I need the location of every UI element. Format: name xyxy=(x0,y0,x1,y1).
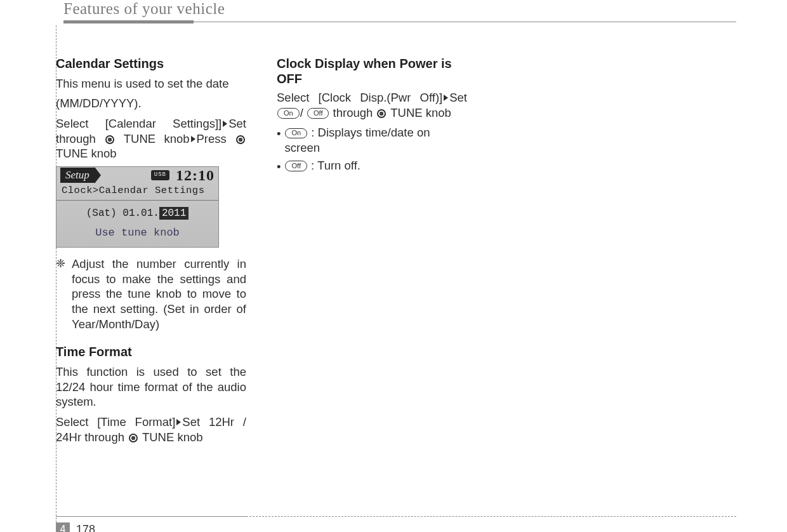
tune-knob-icon xyxy=(377,109,386,118)
txt: Set xyxy=(449,91,467,104)
dev-hint: Use tune knob xyxy=(56,223,218,240)
footer-page-number: 4 178 xyxy=(56,522,95,532)
triangle-icon xyxy=(191,136,195,142)
running-head: Features of your vehicle xyxy=(63,0,736,18)
off-desc: : Turn off. xyxy=(308,159,360,172)
tune-knob-icon xyxy=(129,434,138,442)
off-pill-icon: Off xyxy=(307,108,329,119)
bullet-dot-icon: • xyxy=(277,125,281,142)
calendar-note: ❈ Adjust the number currently in focus t… xyxy=(56,256,246,331)
on-pill-icon: On xyxy=(285,128,307,139)
bullet-on-content: On : Displays time/date on screen xyxy=(284,125,467,155)
column-2: Clock Display when Power is OFF Select [… xyxy=(277,56,467,449)
page-footer: 4 178 xyxy=(56,516,736,517)
dev-top-bar: Setup USB 12:10 xyxy=(56,167,218,183)
calendar-select-line: Select [Calendar Settings]]Set through T… xyxy=(56,116,246,161)
heading-time-format: Time Format xyxy=(56,344,246,361)
bullet-dot-icon: • xyxy=(277,158,281,175)
triangle-icon xyxy=(176,419,181,425)
clock-display-select-line: Select [Clock Disp.(Pwr Off)]Set On/ Off… xyxy=(277,90,467,120)
column-1: Calendar Settings This menu is used to s… xyxy=(56,56,246,449)
triangle-icon xyxy=(223,121,227,127)
audio-screenshot: Setup USB 12:10 Clock>Calendar Settings … xyxy=(56,166,219,248)
tune-knob-icon xyxy=(236,135,245,144)
dev-year-focus: 2011 xyxy=(159,207,188,220)
dev-tab-wedge-icon xyxy=(95,167,101,183)
bullet-off: • Off : Turn off. xyxy=(277,158,467,175)
footer-rule-dashed xyxy=(246,516,736,517)
txt: TUNE knob xyxy=(387,106,451,119)
head-rule-thick xyxy=(63,20,194,23)
manual-page: Features of your vehicle Calendar Settin… xyxy=(0,0,787,532)
on-pill-icon: On xyxy=(277,108,300,119)
txt: Press xyxy=(197,132,235,145)
note-symbol-icon: ❈ xyxy=(56,256,65,331)
dev-breadcrumb: Clock>Calendar Settings xyxy=(56,183,218,201)
dev-usb-badge: USB xyxy=(151,170,169,180)
page-number: 178 xyxy=(76,523,95,533)
txt: through xyxy=(329,106,376,119)
txt: TUNE knob xyxy=(56,147,117,160)
triangle-icon xyxy=(444,95,448,101)
time-format-desc: This function is used to set the 12/24 h… xyxy=(56,364,246,409)
bullet-on: • On : Displays time/date on screen xyxy=(277,125,467,155)
dev-date: 01.01. xyxy=(122,208,159,219)
txt: Select [Clock Disp.(Pwr Off)] xyxy=(277,91,442,104)
chapter-number-box: 4 xyxy=(56,522,70,532)
note-text: Adjust the number currently in focus to … xyxy=(72,256,246,331)
txt: Select [Calendar Settings]] xyxy=(56,117,222,130)
off-pill-icon: Off xyxy=(285,161,307,171)
dev-day: (Sat) xyxy=(86,208,117,219)
dev-clock: 12:10 xyxy=(176,166,215,185)
heading-clock-display: Clock Display when Power is OFF xyxy=(277,56,467,86)
footer-rule-solid xyxy=(56,516,246,517)
txt: Select [Time Format] xyxy=(56,415,175,429)
time-format-select-line: Select [Time Format]Set 12Hr / 24Hr thro… xyxy=(56,415,246,444)
calendar-intro-2: (MM/DD/YYYY). xyxy=(56,96,246,111)
dev-date-row: (Sat) 01.01.2011 xyxy=(56,201,218,223)
head-rule-thin xyxy=(194,22,736,22)
content-columns: Calendar Settings This menu is used to s… xyxy=(56,56,487,449)
heading-calendar-settings: Calendar Settings xyxy=(56,56,246,72)
txt: TUNE knob xyxy=(139,430,202,444)
txt: TUNE knob xyxy=(116,132,190,145)
tune-knob-icon xyxy=(105,135,114,144)
running-head-title: Features of your vehicle xyxy=(63,0,736,18)
calendar-intro-1: This menu is used to set the date xyxy=(56,76,246,91)
bullet-off-content: Off : Turn off. xyxy=(284,158,360,173)
dev-setup-tab: Setup xyxy=(60,168,95,183)
